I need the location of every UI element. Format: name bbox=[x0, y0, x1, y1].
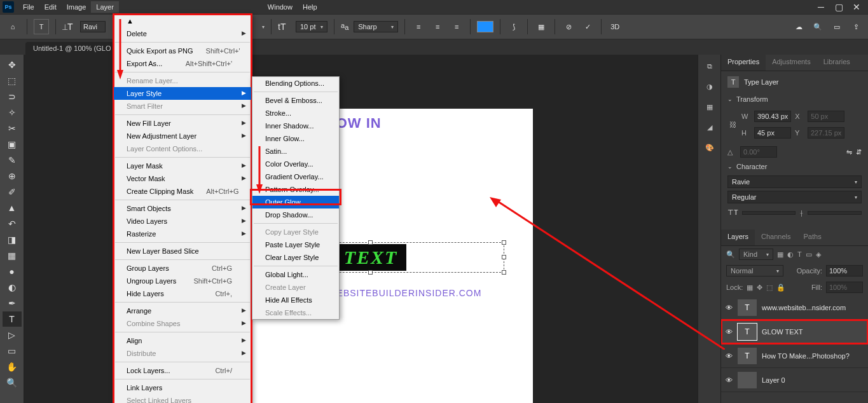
font-family-panel-combo[interactable]: Ravie▾ bbox=[727, 175, 862, 188]
align-center-icon[interactable]: ≡ bbox=[431, 20, 444, 34]
menu-item-vector-mask[interactable]: Vector Mask▶ bbox=[114, 172, 251, 185]
menu-item-smart-filter[interactable]: Smart Filter▶ bbox=[114, 100, 251, 113]
menu-item-layer-content-options-[interactable]: Layer Content Options... bbox=[114, 142, 251, 155]
hand-tool-icon[interactable]: ✋ bbox=[3, 359, 22, 374]
submenu-gradient-overlay-[interactable]: Gradient Overlay... bbox=[252, 170, 339, 183]
leading-field[interactable] bbox=[808, 211, 862, 215]
pen-tool-icon[interactable]: ✒ bbox=[3, 296, 22, 311]
gradients-panel-icon[interactable]: ◢ bbox=[702, 120, 717, 135]
kind-combo[interactable]: Kind▾ bbox=[739, 249, 773, 260]
heal-tool-icon[interactable]: ⊕ bbox=[3, 168, 22, 184]
flip-v-icon[interactable]: ⇵ bbox=[856, 148, 862, 156]
filter-shape-icon[interactable]: ▭ bbox=[806, 250, 812, 259]
filter-pixel-icon[interactable]: ▦ bbox=[777, 250, 783, 259]
transform-section-header[interactable]: ⌄Transform bbox=[727, 93, 862, 106]
x-field[interactable]: 50 px bbox=[808, 111, 844, 122]
submenu-inner-glow-[interactable]: Inner Glow... bbox=[252, 132, 339, 145]
eyedropper-tool-icon[interactable]: ✎ bbox=[3, 153, 22, 168]
menu-item-smart-objects[interactable]: Smart Objects▶ bbox=[114, 202, 251, 215]
wand-tool-icon[interactable]: ✧ bbox=[3, 105, 22, 120]
align-right-icon[interactable]: ≡ bbox=[450, 20, 464, 34]
menu-item-group-layers[interactable]: Group LayersCtrl+G bbox=[114, 262, 251, 275]
menu-item-arrange[interactable]: Arrange▶ bbox=[114, 304, 251, 317]
tab-adjustments[interactable]: Adjustments bbox=[766, 55, 817, 71]
menu-layer[interactable]: Layer bbox=[91, 1, 119, 13]
submenu-copy-layer-style[interactable]: Copy Layer Style bbox=[252, 226, 339, 238]
tab-layers[interactable]: Layers bbox=[721, 229, 755, 245]
menu-item-lock-layers-[interactable]: Lock Layers...Ctrl+/ bbox=[114, 364, 251, 377]
font-size-panel-field[interactable] bbox=[742, 211, 796, 215]
minimize-icon[interactable]: ─ bbox=[812, 1, 830, 13]
frame-tool-icon[interactable]: ▣ bbox=[3, 137, 22, 152]
submenu-hide-all-effects[interactable]: Hide All Effects bbox=[252, 294, 339, 306]
h-field[interactable]: 45 px bbox=[754, 127, 791, 139]
menu-item-delete[interactable]: Delete▶ bbox=[114, 27, 251, 40]
warp-text-icon[interactable]: ⟆ bbox=[507, 20, 521, 34]
menu-item-layer-style[interactable]: Layer Style▶ bbox=[114, 87, 251, 100]
layer-row[interactable]: 👁Layer 0 bbox=[721, 368, 868, 392]
path-tool-icon[interactable]: ▷ bbox=[3, 327, 22, 343]
y-field[interactable]: 227.15 px bbox=[808, 127, 844, 139]
filter-smart-icon[interactable]: ◈ bbox=[816, 250, 821, 259]
menu-item-layer-mask[interactable]: Layer Mask▶ bbox=[114, 160, 251, 172]
menu-item-ungroup-layers[interactable]: Ungroup LayersShift+Ctrl+G bbox=[114, 275, 251, 287]
layer-row[interactable]: 👁Twww.websiteb...nsider.com bbox=[721, 296, 868, 320]
lock-pos-icon[interactable]: ✥ bbox=[757, 283, 762, 292]
menu-item-rasterize[interactable]: Rasterize▶ bbox=[114, 228, 251, 240]
home-icon[interactable]: ⌂ bbox=[5, 19, 20, 34]
brush-tool-icon[interactable]: ✐ bbox=[3, 184, 22, 200]
search-icon[interactable]: 🔍 bbox=[811, 20, 825, 34]
eraser-tool-icon[interactable]: ◨ bbox=[3, 232, 22, 247]
zoom-tool-icon[interactable]: 🔍 bbox=[3, 375, 22, 390]
menu-item-hide-layers[interactable]: Hide LayersCtrl+, bbox=[114, 287, 251, 300]
marquee-tool-icon[interactable]: ⬚ bbox=[3, 73, 22, 88]
commit-icon[interactable]: ✓ bbox=[581, 20, 595, 34]
tab-paths[interactable]: Paths bbox=[797, 229, 828, 245]
submenu-bevel-emboss-[interactable]: Bevel & Emboss... bbox=[252, 94, 339, 107]
menu-item-rename-layer-[interactable]: Rename Layer... bbox=[114, 74, 251, 87]
font-size-combo[interactable]: 10 pt▾ bbox=[296, 21, 327, 32]
menu-file[interactable]: File bbox=[18, 1, 39, 13]
filter-adjust-icon[interactable]: ◐ bbox=[787, 250, 794, 259]
lock-all-icon[interactable]: 🔒 bbox=[776, 283, 785, 292]
menu-item-video-layers[interactable]: Video Layers▶ bbox=[114, 215, 251, 228]
menu-image[interactable]: Image bbox=[62, 1, 92, 13]
document-tab[interactable]: Untitled-1 @ 100% (GLO bbox=[25, 42, 118, 55]
share-icon[interactable]: ⇪ bbox=[849, 20, 863, 34]
antialias-combo[interactable]: Sharp▾ bbox=[354, 21, 398, 32]
char-panel-icon[interactable]: ▦ bbox=[534, 20, 548, 34]
cloud-docs-icon[interactable]: ☁ bbox=[792, 20, 806, 34]
submenu-global-light-[interactable]: Global Light... bbox=[252, 268, 339, 281]
submenu-blending-options-[interactable]: Blending Options... bbox=[252, 77, 339, 90]
menu-item-new-layer-based-slice[interactable]: New Layer Based Slice bbox=[114, 245, 251, 257]
orientation-icon[interactable]: ⟂T bbox=[62, 22, 75, 32]
menu-item-create-clipping-mask[interactable]: Create Clipping MaskAlt+Ctrl+G bbox=[114, 185, 251, 198]
history-panel-icon[interactable]: ⧉ bbox=[702, 58, 717, 74]
layer-row[interactable]: 👁THow TO Make...Photoshop? bbox=[721, 344, 868, 368]
shape-tool-icon[interactable]: ▭ bbox=[3, 343, 22, 359]
menu-item-combine-shapes[interactable]: Combine Shapes▶ bbox=[114, 317, 251, 330]
link-dimensions-icon[interactable]: ⛓ bbox=[727, 114, 738, 135]
stamp-tool-icon[interactable]: ▲ bbox=[3, 200, 22, 215]
submenu-paste-layer-style[interactable]: Paste Layer Style bbox=[252, 238, 339, 251]
crop-tool-icon[interactable]: ✂ bbox=[3, 121, 22, 136]
visibility-icon[interactable]: 👁 bbox=[725, 328, 733, 336]
character-section-header[interactable]: ⌄Character bbox=[727, 160, 862, 173]
opacity-field[interactable]: 100% bbox=[826, 265, 863, 277]
maximize-icon[interactable]: ▢ bbox=[830, 1, 848, 13]
tool-preset-icon[interactable]: T bbox=[34, 19, 49, 34]
tab-channels[interactable]: Channels bbox=[755, 229, 797, 245]
dodge-tool-icon[interactable]: ◐ bbox=[3, 280, 22, 295]
flip-h-icon[interactable]: ⇋ bbox=[846, 148, 852, 156]
layer-row[interactable]: 👁TGLOW TEXT bbox=[721, 320, 868, 344]
submenu-inner-shadow-[interactable]: Inner Shadow... bbox=[252, 120, 339, 132]
history-brush-icon[interactable]: ↶ bbox=[3, 216, 22, 231]
close-icon[interactable]: ✕ bbox=[848, 1, 865, 13]
patterns-panel-icon[interactable]: 🎨 bbox=[702, 140, 717, 155]
submenu-create-layer[interactable]: Create Layer bbox=[252, 281, 339, 294]
angle-field[interactable]: 0.00° bbox=[740, 146, 777, 158]
align-left-icon[interactable]: ≡ bbox=[411, 20, 425, 34]
menu-item-align[interactable]: Align▶ bbox=[114, 334, 251, 347]
menu-edit[interactable]: Edit bbox=[39, 1, 62, 13]
submenu-color-overlay-[interactable]: Color Overlay... bbox=[252, 158, 339, 170]
